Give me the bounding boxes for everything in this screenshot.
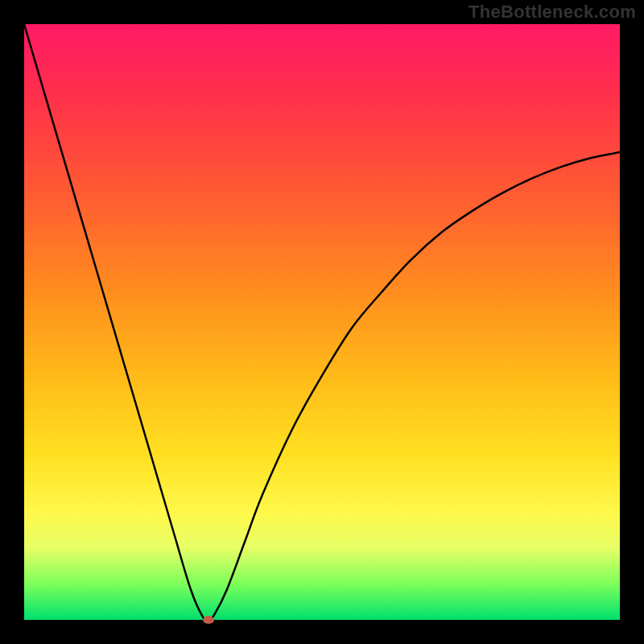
chart-frame: TheBottleneck.com bbox=[0, 0, 644, 644]
optimal-point-indicator bbox=[203, 616, 214, 624]
plot-area bbox=[24, 24, 620, 620]
watermark-text: TheBottleneck.com bbox=[469, 2, 636, 23]
bottleneck-curve bbox=[24, 24, 620, 620]
